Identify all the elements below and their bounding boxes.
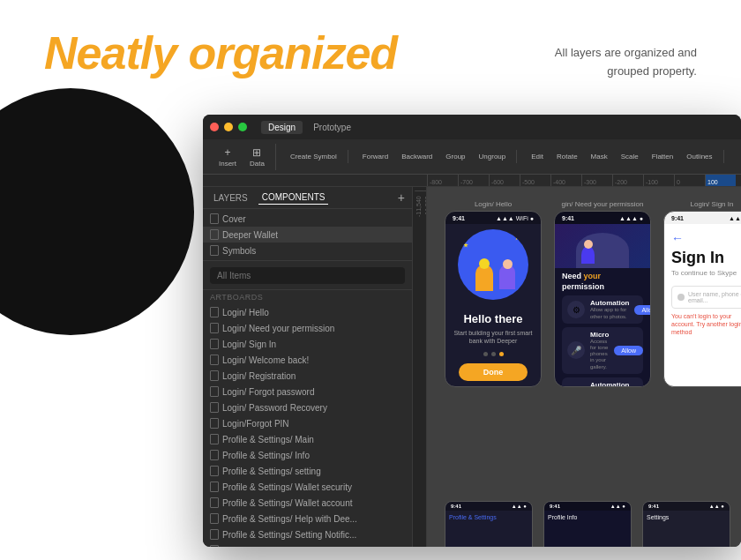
bottom-phone1-content: Profile & Settings (445, 511, 532, 524)
allow-button-1[interactable]: Allow (634, 305, 651, 315)
artboard-icon (210, 418, 219, 429)
status-icons-3: ▲▲▲ ● (729, 215, 741, 221)
permission-row-2: 🎤 Micro Access for tone phones in your g… (562, 327, 643, 374)
layer-profile-notific[interactable]: Profile & Settings/ Setting Notific... (203, 526, 412, 542)
layer-profile-main[interactable]: Profile & Settings/ Main (203, 431, 412, 447)
layer-profile-help[interactable]: Profile & Settings/ Help with Dee... (203, 511, 412, 526)
bottom-phones-labels: 9:41 ▲▲ ● Profile & Settings Profile & S… (445, 501, 730, 547)
layer-login-registration[interactable]: Login/ Registration (203, 368, 412, 384)
design-tab[interactable]: Design (261, 121, 303, 134)
phone-group-3: Login/ Sign In 9:41 ▲▲▲ ● ← Sign In (663, 200, 741, 387)
page-item-cover[interactable]: Cover (203, 211, 412, 227)
backward-button[interactable]: Backward (396, 150, 438, 163)
layer-login-welcome[interactable]: Login/ Welcome back! (203, 352, 412, 368)
layer-login-permission[interactable]: Login/ Need your permission (203, 320, 412, 336)
hero-subtitle: All layers are organized and grouped pro… (555, 44, 697, 81)
toolbar-arrange-group: Forward Backward Group Ungroup (352, 150, 517, 163)
layer-login-forgot[interactable]: Login/ Forgot password (203, 384, 412, 399)
back-arrow[interactable]: ← (671, 231, 741, 245)
phone-label-2: gin/ Need your permission (562, 200, 644, 208)
layers-tab[interactable]: LAYERS (210, 191, 251, 205)
components-tab[interactable]: COMPONENTS (258, 190, 329, 205)
main-content: LAYERS COMPONENTS + Cover Deeper Wallet … (203, 187, 741, 547)
layer-login-recovery[interactable]: Login/ Password Recovery (203, 399, 412, 415)
maximize-button[interactable] (238, 123, 247, 131)
permission-row-1: ⚙ Automation Allow app to for other to p… (562, 295, 643, 323)
bottom-phone-group-2: 9:41 ▲▲ ● Profile Info ofile & Settings/… (543, 501, 632, 547)
app-window: Design Prototype + Insert ⊞ Data Create … (203, 115, 741, 547)
forward-button[interactable]: Forward (357, 150, 393, 163)
bottom-phone-1: 9:41 ▲▲ ● Profile & Settings (445, 501, 533, 547)
dot-active (499, 352, 504, 356)
app-toolbar: + Insert ⊞ Data Create Symbol Forward Ba… (203, 139, 741, 175)
status-bar-2: 9:41 ▲▲▲ ● (555, 212, 650, 224)
horizontal-ruler: -800 -700 -600 -500 -400 -300 -200 -100 … (203, 175, 741, 187)
ruler-tick: -800 (427, 175, 458, 187)
permission-title-colored: your (584, 272, 602, 280)
search-input[interactable] (210, 267, 405, 284)
layer-login-hello[interactable]: Login/ Hello (203, 304, 412, 320)
ruler-tick: -500 (520, 175, 550, 187)
scale-button[interactable]: Scale (616, 150, 644, 163)
page-item-deeper-wallet[interactable]: Deeper Wallet (203, 227, 412, 243)
create-symbol-button[interactable]: Create Symbol (285, 150, 342, 163)
subtitle-line1: All layers are organized and (555, 44, 697, 63)
layer-profile-walletsec[interactable]: Profile & Settings/ Wallet security (203, 479, 412, 495)
rotate-button[interactable]: Rotate (551, 150, 583, 163)
ruler-tick: -300 (581, 175, 612, 187)
figure3 (581, 246, 595, 264)
layer-login-signin[interactable]: Login/ Sign In (203, 336, 412, 352)
layer-profile-setting[interactable]: Profile & Settings/ setting (203, 463, 412, 479)
figure-head (479, 258, 490, 269)
layer-profile-support[interactable]: Profile & Settings/ Suport account (203, 542, 412, 547)
close-button[interactable] (210, 123, 219, 131)
bottom-phone3-content: Settings (643, 511, 730, 524)
dot (483, 352, 488, 356)
hello-text: Hello there (451, 312, 535, 325)
ruler-tick: 0 (674, 175, 705, 187)
error-message: You can't login to your account. Try ano… (671, 312, 741, 336)
bottom-phone-group-3: 9:41 ▲▲ ● Settings Profile & Settings/ s… (642, 501, 730, 547)
vertical-ruler: -11,540 -11,500 -11,400 -11,300 -11,200 … (413, 187, 427, 547)
bottom-status-2: 9:41 ▲▲ ● (544, 502, 631, 511)
page-item-symbols[interactable]: Symbols (203, 243, 412, 258)
allow-button-2[interactable]: Allow (614, 346, 643, 355)
page-icon (210, 245, 219, 256)
search-area (203, 261, 412, 290)
data-button[interactable]: ⊞ Data (244, 144, 270, 170)
done-button[interactable]: Done (459, 363, 528, 381)
ungroup-button[interactable]: Ungroup (474, 150, 512, 163)
group-button[interactable]: Group (440, 150, 470, 163)
add-layer-button[interactable]: + (398, 190, 405, 205)
layer-profile-walletacc[interactable]: Profile & Settings/ Wallet account (203, 495, 412, 511)
layer-login-forgotpin[interactable]: Login/Forgot PIN (203, 415, 412, 431)
artboard-icon (210, 466, 219, 476)
flatten-button[interactable]: Flatten (647, 150, 678, 163)
layers-list: Login/ Hello Login/ Need your permission… (203, 304, 412, 547)
v-ruler-mark: -11,500 (423, 190, 427, 217)
artboard-icon (210, 323, 219, 333)
phone1-illustration (454, 229, 532, 307)
phone-mockup-1: 9:41 ▲▲▲ WiFi ● (445, 211, 542, 387)
signin-title: Sign In (671, 249, 741, 267)
edit-button[interactable]: Edit (526, 150, 549, 163)
phone-label-3: Login/ Sign In (691, 200, 734, 208)
username-input[interactable]: User name, phone or email... (671, 286, 741, 309)
artboard-icon (210, 497, 219, 508)
bottom-status-3: 9:41 ▲▲ ● (643, 502, 730, 511)
mask-button[interactable]: Mask (586, 150, 613, 163)
ruler-tick-highlight: 100 (705, 175, 736, 187)
insert-button[interactable]: + Insert (213, 144, 242, 170)
artboard-icon (210, 370, 219, 381)
canvas-content: Login/ Hello 9:41 ▲▲▲ WiFi ● (427, 187, 741, 547)
artboards-label: ARTBOARDS (203, 290, 412, 304)
permission-title: Need your permission (562, 272, 643, 292)
user-icon (677, 294, 685, 301)
minimize-button[interactable] (224, 123, 233, 131)
layer-profile-info[interactable]: Profile & Settings/ Info (203, 447, 412, 463)
prototype-tab[interactable]: Prototype (306, 121, 358, 134)
outlines-button[interactable]: Outlines (681, 150, 717, 163)
ruler-tick: -600 (489, 175, 520, 187)
canvas-area: -11,540 -11,500 -11,400 -11,300 -11,200 … (413, 187, 741, 547)
phone-mockup-3: 9:41 ▲▲▲ ● ← Sign In To continue to Skyp… (663, 211, 741, 387)
